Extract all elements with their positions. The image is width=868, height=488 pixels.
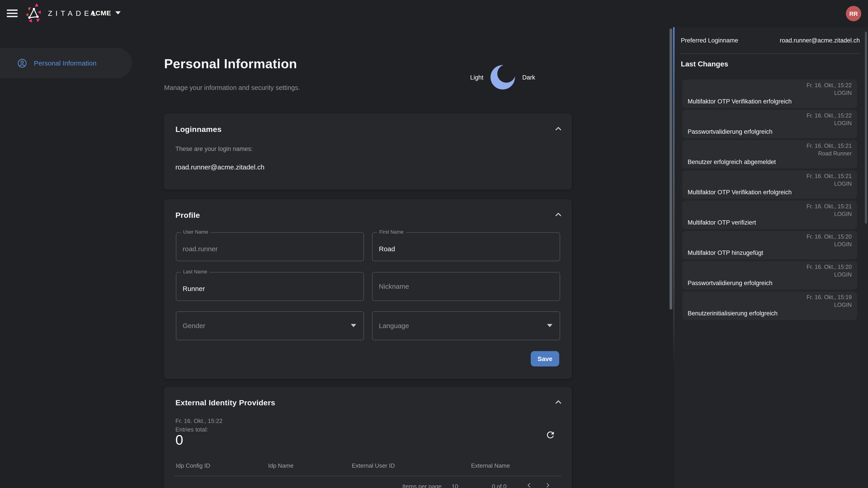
nickname-placeholder: Nickname bbox=[379, 283, 409, 290]
page-size-value[interactable]: 10 bbox=[452, 483, 458, 488]
col-idp-config-id: Idp Config ID bbox=[176, 462, 210, 469]
page-title: Personal Information bbox=[164, 57, 297, 71]
user-name-field[interactable]: User Name road.runner bbox=[176, 232, 364, 261]
preferred-loginname-value: road.runner@acme.zitadel.ch bbox=[780, 37, 860, 44]
change-event-item[interactable]: Fr. 16. Okt., 15:22 LOGIN Multifaktor OT… bbox=[682, 79, 857, 108]
dropdown-caret-icon bbox=[351, 324, 356, 327]
theme-toggle[interactable]: Light Dark bbox=[470, 63, 565, 91]
theme-light-label: Light bbox=[470, 74, 484, 80]
entries-total-value: 0 bbox=[176, 432, 183, 448]
moon-icon bbox=[490, 64, 516, 90]
gender-select[interactable]: Gender bbox=[176, 311, 364, 340]
sidebar-scrollbar[interactable] bbox=[865, 32, 867, 224]
external-idp-title: External Identity Providers bbox=[176, 398, 275, 408]
theme-dark-label: Dark bbox=[522, 74, 535, 80]
profile-card: Profile User Name road.runner First Name… bbox=[164, 199, 572, 379]
col-external-name: External Name bbox=[471, 462, 510, 469]
change-event-item[interactable]: Fr. 16. Okt., 15:21 LOGIN Multifaktor OT… bbox=[682, 201, 857, 229]
sidebar-item-label: Personal Information bbox=[34, 59, 96, 67]
last-changes-title: Last Changes bbox=[681, 60, 728, 68]
top-bar: ZITADEL ACME RR bbox=[0, 0, 868, 27]
refresh-icon[interactable] bbox=[545, 430, 556, 440]
loginnames-title: Loginnames bbox=[176, 125, 221, 134]
col-idp-name: Idp Name bbox=[268, 462, 293, 469]
zitadel-console: ZITADEL ACME RR Personal Information Per… bbox=[0, 0, 868, 488]
person-icon bbox=[17, 58, 27, 68]
first-name-value: Road bbox=[379, 245, 395, 253]
page-subtitle: Manage your information and security set… bbox=[164, 84, 300, 91]
loginname-value: road.runner@acme.zitadel.ch bbox=[176, 163, 265, 171]
sidebar-divider bbox=[681, 53, 860, 54]
items-per-page-label: Items per page bbox=[402, 483, 441, 488]
change-event-item[interactable]: Fr. 16. Okt., 15:21 Road Runner Benutzer… bbox=[682, 140, 857, 168]
previous-page-icon[interactable] bbox=[525, 481, 533, 488]
change-event-item[interactable]: Fr. 16. Okt., 15:20 LOGIN Multifaktor OT… bbox=[682, 231, 857, 259]
idp-timestamp: Fr. 16. Okt., 15:22 bbox=[176, 418, 222, 424]
change-event-item[interactable]: Fr. 16. Okt., 15:19 LOGIN Benutzerinitia… bbox=[682, 291, 857, 320]
org-switcher[interactable]: ACME bbox=[90, 9, 121, 17]
first-name-field[interactable]: First Name Road bbox=[372, 232, 560, 261]
last-name-value: Runner bbox=[183, 285, 205, 292]
col-external-user-id: External User ID bbox=[352, 462, 395, 469]
page-range: 0 of 0 bbox=[492, 483, 506, 488]
change-event-item[interactable]: Fr. 16. Okt., 15:21 LOGIN Multifaktor OT… bbox=[682, 170, 857, 199]
user-name-value: road.runner bbox=[183, 245, 218, 253]
loginnames-description: These are your login names: bbox=[176, 145, 253, 152]
next-page-icon[interactable] bbox=[544, 481, 552, 488]
nickname-field[interactable]: Nickname bbox=[372, 272, 560, 301]
change-event-item[interactable]: Fr. 16. Okt., 15:22 LOGIN Passwortvalidi… bbox=[682, 110, 857, 138]
chevron-down-icon bbox=[115, 11, 121, 14]
collapse-chevron-up-icon[interactable] bbox=[555, 398, 562, 406]
org-name: ACME bbox=[90, 9, 111, 17]
sidebar-item-personal-information[interactable]: Personal Information bbox=[0, 48, 132, 78]
collapse-chevron-up-icon[interactable] bbox=[555, 211, 562, 218]
zitadel-logo-icon[interactable] bbox=[23, 2, 45, 25]
change-event-item[interactable]: Fr. 16. Okt., 15:20 LOGIN Passwortvalidi… bbox=[682, 261, 857, 290]
activity-sidebar: Preferred Loginname road.runner@acme.zit… bbox=[675, 27, 868, 488]
collapse-chevron-up-icon[interactable] bbox=[555, 125, 562, 132]
last-name-field[interactable]: Last Name Runner bbox=[176, 272, 364, 301]
profile-title: Profile bbox=[176, 211, 200, 220]
dropdown-caret-icon bbox=[547, 324, 553, 327]
external-idp-card: External Identity Providers Fr. 16. Okt.… bbox=[164, 387, 572, 488]
table-divider bbox=[175, 476, 561, 476]
language-select[interactable]: Language bbox=[372, 311, 560, 340]
loginnames-card: Loginnames These are your login names: r… bbox=[164, 113, 572, 190]
main-scrollbar[interactable] bbox=[670, 29, 672, 310]
avatar[interactable]: RR bbox=[846, 6, 861, 21]
save-button[interactable]: Save bbox=[531, 351, 559, 366]
preferred-loginname-label: Preferred Loginname bbox=[681, 37, 738, 44]
menu-icon[interactable] bbox=[7, 9, 18, 18]
